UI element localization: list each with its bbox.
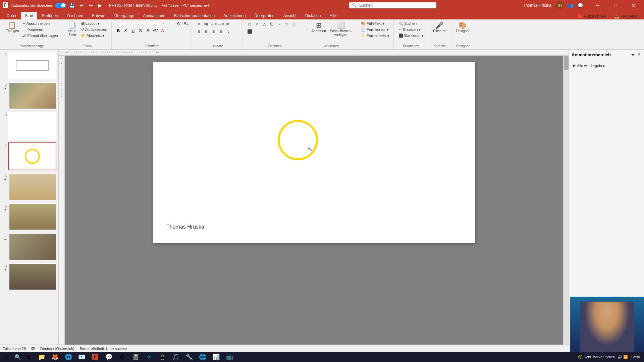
tab-uebergaenge[interactable]: Übergänge — [110, 12, 138, 19]
indent-less-button[interactable]: ←≡ — [217, 21, 224, 27]
present-icon[interactable]: ▶ — [96, 1, 104, 9]
replace-button[interactable]: ↔ Ersetzen ▾ — [397, 27, 425, 33]
font-size-dropdown[interactable] — [163, 23, 175, 24]
accessibility-label[interactable]: Barrierefreiheit: Untersuchen — [80, 347, 127, 351]
reset-button[interactable]: ↺ Zurücksetzen — [80, 27, 109, 33]
copy-button[interactable]: 📄 Kopieren — [21, 27, 59, 33]
taskbar-app-misc1[interactable]: 📱 — [156, 352, 168, 362]
slide-thumb-5[interactable]: 5 ★ — [1, 172, 57, 201]
taskbar-app-firefox[interactable]: 🦊 — [49, 352, 61, 362]
bold-button[interactable]: B — [115, 27, 122, 34]
shape-btn[interactable]: △ — [261, 21, 268, 27]
play-all-button[interactable]: ▶ Alle wiedergeben — [572, 63, 606, 68]
slide-thumb-3[interactable]: 3 — [1, 111, 57, 140]
maximize-button[interactable]: □ — [608, 0, 623, 11]
font-family-dropdown[interactable] — [115, 23, 162, 24]
redo-icon[interactable]: ↪ — [87, 1, 95, 9]
shape-btn[interactable]: ⬡ — [268, 21, 275, 27]
tab-entwurf[interactable]: Entwurf — [88, 12, 110, 19]
taskbar-app-chrome[interactable]: 🌐 — [62, 352, 74, 362]
shape-btn[interactable]: ○ — [254, 21, 260, 27]
taskbar-app-powerpoint[interactable]: 🅿 — [89, 352, 101, 362]
cut-button[interactable]: ✂ Ausschneiden — [21, 21, 59, 26]
taskbar-app-settings[interactable]: ⚙ — [116, 352, 128, 362]
tab-start[interactable]: Start — [21, 12, 37, 19]
taskbar-app-outlook[interactable]: 📧 — [76, 352, 88, 362]
shape-btn[interactable]: ⬛ — [246, 28, 253, 35]
search-button[interactable]: 🔍 Suchen — [397, 21, 425, 26]
scrollbar-thumb[interactable] — [564, 56, 569, 70]
taskbar-app-explorer[interactable]: 📁 — [36, 352, 48, 362]
share-icon[interactable]: 👥 — [568, 3, 573, 8]
slide-thumb-2[interactable]: 2 ★ — [1, 81, 57, 110]
strikethrough-button[interactable]: S — [137, 27, 144, 34]
fill-effect-button[interactable]: 🎨 Fülleffekt ▾ — [360, 21, 391, 26]
tab-zeichnen[interactable]: Zeichnen — [63, 12, 87, 19]
columns-button[interactable]: ⫸ — [225, 21, 231, 27]
form-kontur-button[interactable]: ⬜ Formkontur ▾ — [360, 27, 391, 33]
align-left-button[interactable]: ≡ — [195, 28, 202, 35]
taskbar-app-onenote[interactable]: 📓 — [129, 352, 142, 362]
shape-btn[interactable]: ⬜ — [290, 21, 297, 27]
indent-more-button[interactable]: →≡ — [210, 21, 217, 27]
undo-icon[interactable]: ↩ — [77, 1, 86, 9]
list-bullets-button[interactable]: ≡ — [195, 21, 202, 27]
underline-button[interactable]: U — [130, 27, 137, 34]
line-spacing-button[interactable]: ↕ — [225, 28, 231, 35]
slide-canvas-wrapper[interactable]: ↖ Thomas Hruska — [65, 56, 563, 345]
task-view-button[interactable]: 🗗 — [24, 352, 34, 362]
quick-styles-button[interactable]: ⬜ Schnellformat-vorlagen — [328, 21, 353, 38]
increase-font-icon[interactable]: A↑ — [177, 21, 182, 26]
new-slide-button[interactable]: 📑 NeueFolie — [66, 21, 79, 38]
taskbar-app-misc3[interactable]: 🔧 — [183, 352, 195, 362]
shape-btn[interactable]: ☆ — [283, 21, 290, 27]
align-center-button[interactable]: ≡ — [203, 28, 209, 35]
minimize-button[interactable]: ─ — [590, 0, 605, 11]
tab-datei[interactable]: Datei — [3, 12, 20, 19]
font-color-button[interactable]: A — [159, 27, 166, 34]
panel-expand-icon[interactable]: ⬌ — [631, 52, 635, 58]
taskbar-app-edge[interactable]: 🌐 — [197, 352, 209, 362]
tab-bildschirm[interactable]: Bildschirmpräsentation — [170, 12, 219, 19]
tab-einfuegen[interactable]: Einfügen — [38, 12, 62, 19]
search-box[interactable]: 🔍 — [349, 2, 436, 8]
comments-icon[interactable]: 💬 — [577, 3, 583, 8]
taskbar-app-telegram[interactable]: ✈ — [143, 352, 155, 362]
search-input[interactable] — [359, 3, 434, 8]
system-tray[interactable]: 🔊 📶 — [618, 355, 628, 359]
slide-thumb-8[interactable]: 8 ★ — [1, 262, 57, 291]
taskbar-app-misc4[interactable]: 📺 — [223, 352, 235, 362]
shape-btn[interactable]: □ — [246, 21, 253, 27]
save-icon[interactable]: 💾 — [68, 1, 76, 9]
shadow-button[interactable]: S — [145, 27, 151, 34]
section-button[interactable]: 📂 Abschnitt ▾ — [80, 33, 109, 39]
layout-button[interactable]: ▦ Layout ▾ — [80, 21, 109, 26]
decrease-font-icon[interactable]: A↓ — [183, 21, 189, 26]
tab-ueberpruefen[interactable]: Überprüfen — [250, 12, 278, 19]
tab-hilfe[interactable]: Hilfe — [325, 12, 341, 19]
start-button[interactable]: ⊞ — [1, 352, 11, 362]
select-button[interactable]: ⬛ Markieren ▾ — [397, 33, 425, 39]
slide-thumb-4[interactable]: 4 — [1, 142, 57, 171]
justify-button[interactable]: ≡ — [217, 28, 224, 35]
tab-dictation[interactable]: Dictation — [301, 12, 325, 19]
panel-close-icon[interactable]: ✕ — [637, 52, 641, 58]
list-numbers-button[interactable]: ≡# — [203, 21, 209, 27]
taskbar-app-misc2[interactable]: 🎵 — [170, 352, 182, 362]
tab-ansicht[interactable]: Ansicht — [279, 12, 300, 19]
vertical-scrollbar[interactable] — [563, 56, 569, 345]
dictate-button[interactable]: 🎤 Diktieren — [431, 21, 448, 34]
paste-button[interactable]: 📋 Einfügen — [4, 21, 20, 34]
slide-thumb-7[interactable]: 7 ★ — [1, 232, 57, 261]
tab-animationen[interactable]: Animationen — [139, 12, 169, 19]
freigeben-button[interactable]: 📤 Freigeben — [611, 13, 641, 19]
close-button[interactable]: ✕ — [626, 0, 641, 11]
shape-btn[interactable]: → — [276, 21, 282, 27]
char-spacing-button[interactable]: AV — [152, 27, 159, 34]
designer-button[interactable]: 🎨 Designer — [454, 21, 471, 34]
search-taskbar-button[interactable]: 🔍 — [13, 352, 23, 362]
arrange-button[interactable]: ⊞ Anordnen — [310, 21, 327, 34]
form-effekte-button[interactable]: ✨ Formeffekte ▾ — [360, 33, 391, 39]
slide-thumb-6[interactable]: 6 ★ — [1, 202, 57, 231]
slide-thumb-1[interactable]: 1 — [1, 51, 57, 80]
